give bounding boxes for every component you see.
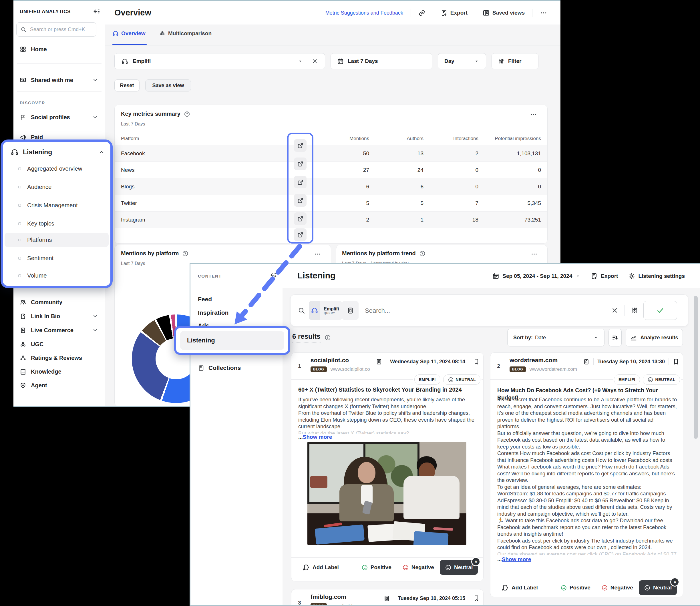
listening-search-bar[interactable]: Emplifi QUERY <box>290 295 688 326</box>
scrollbar-thumb[interactable] <box>694 296 698 439</box>
listening-settings-button[interactable]: Listening settings <box>628 273 685 280</box>
sidebar-item-knowledge[interactable]: Knowledge <box>14 365 105 378</box>
bookmark-icon[interactable] <box>473 595 480 602</box>
sidebar-item-community[interactable]: Community <box>14 295 105 309</box>
result-source[interactable]: wordstream.com <box>510 357 558 364</box>
open-in-listening-icon[interactable] <box>294 158 307 170</box>
add-label-button[interactable]: Add Label <box>303 564 339 571</box>
feedback-link[interactable]: Metric Suggestions and Feedback <box>325 10 403 16</box>
apply-search-button[interactable] <box>643 301 677 320</box>
sidebar-item-inspiration[interactable]: Inspiration <box>190 306 283 320</box>
open-in-listening-icon[interactable] <box>294 139 307 152</box>
save-as-view-button[interactable]: Save as view <box>145 79 191 91</box>
help-icon[interactable] <box>182 250 188 257</box>
reset-button[interactable]: Reset <box>114 79 139 91</box>
card-menu-icon[interactable] <box>530 111 537 118</box>
result-card-3[interactable]: 3 fmiblog.com BLOG www.fmiblog.com Tuesd… <box>291 589 483 605</box>
open-in-listening-icon[interactable] <box>294 212 307 225</box>
analyze-results-button[interactable]: Analyze results <box>626 329 683 346</box>
show-more[interactable]: ...Show more <box>298 434 332 440</box>
sidebar-collapse-icon[interactable] <box>92 7 100 16</box>
negative-button[interactable]: Negative <box>601 585 633 591</box>
result-source[interactable]: fmiblog.com <box>311 593 346 600</box>
neutral-button-selected[interactable]: Neutral A <box>639 580 677 595</box>
table-row[interactable]: Blogs 66 00 <box>115 178 547 195</box>
open-in-listening-icon[interactable] <box>294 194 307 207</box>
help-icon[interactable] <box>419 250 426 257</box>
query-chip[interactable]: Emplifi QUERY <box>309 301 342 320</box>
add-label-button[interactable]: Add Label <box>502 584 538 591</box>
clear-search-icon[interactable] <box>611 307 618 314</box>
nav-item-key-topics[interactable]: Key topics <box>18 220 54 227</box>
more-menu-icon[interactable] <box>540 9 547 17</box>
filter-button[interactable]: Filter <box>492 53 538 69</box>
sidebar-item-shared[interactable]: Shared with me <box>14 73 105 87</box>
result-url[interactable]: www.fmiblog.com <box>331 603 368 605</box>
card-menu-icon[interactable] <box>314 251 321 258</box>
sentiment-tag[interactable]: NEUTRAL <box>443 374 480 385</box>
table-row[interactable]: Instagram 21 1873,251 <box>115 212 547 228</box>
sidebar-item-ugc[interactable]: UGC <box>14 337 105 351</box>
result-card-2[interactable]: 2 wordstream.com BLOG www.wordstream.com… <box>490 352 683 597</box>
neutral-button-selected[interactable]: Neutral A <box>440 560 478 575</box>
nav-item-aggregated-overview[interactable]: Aggregated overview <box>18 165 82 172</box>
result-url[interactable]: www.wordstream.com <box>529 367 577 372</box>
positive-button[interactable]: Positive <box>561 585 590 591</box>
clear-query-icon[interactable] <box>312 58 318 64</box>
sidebar-item-home[interactable]: Home <box>14 42 105 56</box>
search-input[interactable] <box>29 26 92 33</box>
nav-listening-header[interactable]: Listening <box>11 146 105 158</box>
nav-item-platforms[interactable]: Platforms <box>18 236 52 243</box>
tab-overview[interactable]: Overview <box>112 30 145 37</box>
info-icon[interactable] <box>324 334 331 341</box>
saved-views-button[interactable]: Saved views <box>483 9 525 16</box>
show-more[interactable]: ...Show more <box>497 556 531 563</box>
bookmark-icon[interactable] <box>473 358 480 365</box>
query-tag[interactable]: EMPLIFI <box>414 374 441 385</box>
sidebar-item-social-profiles[interactable]: Social profiles <box>14 110 105 124</box>
listening-nav-callout: Listening Aggregated overview Audience C… <box>1 139 113 288</box>
bookmark-icon[interactable] <box>673 358 679 365</box>
sidebar-item-collections[interactable]: Collections <box>190 361 283 375</box>
sidebar-search[interactable] <box>16 22 96 37</box>
result-title[interactable]: 60+ X (Twitter) Statistics to Skyrocket … <box>298 386 478 393</box>
table-row[interactable]: Twitter 55 75,345 <box>115 195 547 212</box>
table-row[interactable]: Facebook 5013 21,103,131 <box>115 145 547 162</box>
nav-item-listening-selected[interactable]: Listening <box>180 331 284 350</box>
nav-item-volume[interactable]: Volume <box>18 272 47 279</box>
sidebar-item-agent[interactable]: Agent <box>14 378 105 392</box>
table-row[interactable]: News 2724 00 <box>115 162 547 178</box>
query-tag[interactable]: EMPLIFI <box>614 374 640 385</box>
sentiment-tag[interactable]: NEUTRAL <box>643 374 680 385</box>
search-filters-icon[interactable] <box>631 307 638 314</box>
sort-by-select[interactable]: Sort by: Date <box>507 329 605 346</box>
granularity-select[interactable]: Day <box>438 53 486 69</box>
sort-direction-button[interactable] <box>609 329 622 346</box>
card-menu-icon[interactable] <box>531 251 538 258</box>
sidebar-item-ratings-reviews[interactable]: Ratings & Reviews <box>14 351 105 365</box>
result-source[interactable]: socialpilot.co <box>311 357 349 364</box>
sidebar-collapse-icon[interactable] <box>269 271 277 279</box>
sidebar-item-live-commerce[interactable]: Live Commerce <box>14 323 105 337</box>
positive-button[interactable]: Positive <box>361 564 391 571</box>
nav-item-crisis-management[interactable]: Crisis Management <box>18 202 78 209</box>
result-card-1[interactable]: 1 socialpilot.co BLOG www.socialpilot.co… <box>291 352 483 581</box>
help-icon[interactable] <box>184 111 190 117</box>
saved-query-chip[interactable] <box>342 301 359 320</box>
nav-item-audience[interactable]: Audience <box>18 184 51 190</box>
nav-item-sentiment[interactable]: Sentiment <box>18 255 53 261</box>
open-in-listening-icon[interactable] <box>294 176 307 188</box>
sidebar-item-link-in-bio[interactable]: Link In Bio <box>14 309 105 323</box>
result-url[interactable]: www.socialpilot.co <box>331 367 370 372</box>
query-select[interactable]: Emplifi <box>114 53 325 69</box>
export-button[interactable]: Export <box>441 9 468 16</box>
negative-button[interactable]: Negative <box>402 564 434 571</box>
sidebar-item-feed[interactable]: Feed <box>190 293 283 306</box>
date-range-select[interactable]: Sep 05, 2024 - Sep 11, 2024 <box>492 273 581 280</box>
share-link-icon[interactable] <box>418 9 426 17</box>
date-range-select[interactable]: Last 7 Days <box>331 53 432 69</box>
tab-multicomparison[interactable]: Multicomparison <box>159 30 211 37</box>
export-button[interactable]: Export <box>591 273 618 280</box>
open-in-listening-icon[interactable] <box>294 228 307 241</box>
search-input[interactable] <box>364 303 600 318</box>
